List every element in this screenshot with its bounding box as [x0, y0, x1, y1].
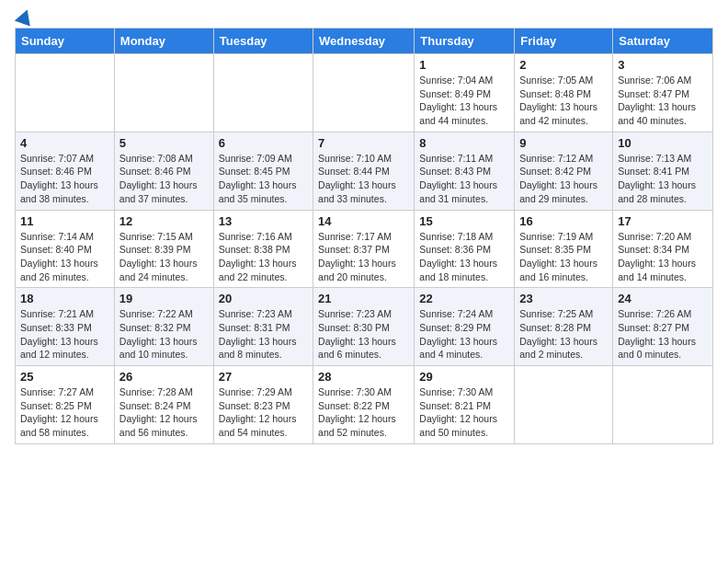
day-info: Sunrise: 7:04 AM Sunset: 8:49 PM Dayligh… [419, 74, 509, 128]
calendar-cell: 22Sunrise: 7:24 AM Sunset: 8:29 PM Dayli… [415, 288, 515, 366]
day-number: 20 [219, 292, 308, 305]
logo-triangle-icon [15, 6, 35, 26]
weekday-header-friday: Friday [515, 29, 613, 54]
week-row-2: 4Sunrise: 7:07 AM Sunset: 8:46 PM Daylig… [16, 132, 713, 210]
calendar-cell: 14Sunrise: 7:17 AM Sunset: 8:37 PM Dayli… [313, 210, 415, 288]
day-number: 28 [318, 370, 409, 384]
day-info: Sunrise: 7:30 AM Sunset: 8:21 PM Dayligh… [419, 385, 509, 440]
calendar-table: SundayMondayTuesdayWednesdayThursdayFrid… [15, 28, 713, 444]
day-number: 17 [618, 214, 708, 228]
day-info: Sunrise: 7:30 AM Sunset: 8:22 PM Dayligh… [318, 385, 409, 440]
calendar-cell [213, 54, 313, 132]
header [15, 15, 713, 20]
calendar-cell: 8Sunrise: 7:11 AM Sunset: 8:43 PM Daylig… [415, 132, 515, 210]
calendar-cell [114, 54, 213, 132]
calendar-cell: 19Sunrise: 7:22 AM Sunset: 8:32 PM Dayli… [114, 288, 213, 366]
weekday-header-thursday: Thursday [415, 29, 515, 54]
day-info: Sunrise: 7:24 AM Sunset: 8:29 PM Dayligh… [419, 307, 509, 362]
week-row-3: 11Sunrise: 7:14 AM Sunset: 8:40 PM Dayli… [16, 210, 713, 288]
calendar-cell [613, 366, 713, 444]
week-row-4: 18Sunrise: 7:21 AM Sunset: 8:33 PM Dayli… [16, 288, 713, 366]
day-number: 29 [419, 370, 509, 384]
day-number: 14 [318, 214, 409, 228]
day-number: 15 [419, 214, 509, 228]
day-info: Sunrise: 7:06 AM Sunset: 8:47 PM Dayligh… [618, 74, 708, 128]
day-number: 23 [519, 292, 608, 305]
day-info: Sunrise: 7:10 AM Sunset: 8:44 PM Dayligh… [318, 152, 409, 206]
day-number: 24 [618, 292, 708, 305]
calendar-cell: 21Sunrise: 7:23 AM Sunset: 8:30 PM Dayli… [313, 288, 415, 366]
calendar-cell: 17Sunrise: 7:20 AM Sunset: 8:34 PM Dayli… [613, 210, 713, 288]
day-info: Sunrise: 7:27 AM Sunset: 8:25 PM Dayligh… [20, 385, 109, 440]
day-info: Sunrise: 7:16 AM Sunset: 8:38 PM Dayligh… [219, 230, 308, 284]
weekday-header-saturday: Saturday [613, 29, 713, 54]
day-number: 8 [419, 136, 509, 150]
day-info: Sunrise: 7:21 AM Sunset: 8:33 PM Dayligh… [20, 307, 109, 362]
day-number: 13 [219, 214, 308, 228]
calendar-cell: 15Sunrise: 7:18 AM Sunset: 8:36 PM Dayli… [415, 210, 515, 288]
weekday-header-monday: Monday [114, 29, 213, 54]
day-info: Sunrise: 7:14 AM Sunset: 8:40 PM Dayligh… [20, 230, 109, 284]
day-number: 4 [20, 136, 109, 150]
calendar-cell: 12Sunrise: 7:15 AM Sunset: 8:39 PM Dayli… [114, 210, 213, 288]
calendar-cell: 3Sunrise: 7:06 AM Sunset: 8:47 PM Daylig… [613, 54, 713, 132]
day-info: Sunrise: 7:25 AM Sunset: 8:28 PM Dayligh… [519, 307, 608, 362]
day-info: Sunrise: 7:26 AM Sunset: 8:27 PM Dayligh… [618, 307, 708, 362]
day-number: 10 [618, 136, 708, 150]
calendar-cell: 28Sunrise: 7:30 AM Sunset: 8:22 PM Dayli… [313, 366, 415, 444]
day-number: 16 [519, 214, 608, 228]
day-number: 12 [119, 214, 209, 228]
day-info: Sunrise: 7:18 AM Sunset: 8:36 PM Dayligh… [419, 230, 509, 284]
day-number: 7 [318, 136, 409, 150]
week-row-1: 1Sunrise: 7:04 AM Sunset: 8:49 PM Daylig… [16, 54, 713, 132]
day-info: Sunrise: 7:15 AM Sunset: 8:39 PM Dayligh… [119, 230, 209, 284]
day-number: 27 [219, 370, 308, 384]
calendar-cell: 11Sunrise: 7:14 AM Sunset: 8:40 PM Dayli… [16, 210, 115, 288]
weekday-header-wednesday: Wednesday [313, 29, 415, 54]
day-number: 21 [318, 292, 409, 305]
day-number: 26 [119, 370, 209, 384]
calendar-cell: 2Sunrise: 7:05 AM Sunset: 8:48 PM Daylig… [515, 54, 613, 132]
calendar-cell [313, 54, 415, 132]
day-info: Sunrise: 7:23 AM Sunset: 8:30 PM Dayligh… [318, 307, 409, 362]
day-number: 19 [119, 292, 209, 305]
calendar-cell: 23Sunrise: 7:25 AM Sunset: 8:28 PM Dayli… [515, 288, 613, 366]
day-number: 22 [419, 292, 509, 305]
day-number: 25 [20, 370, 109, 384]
day-number: 6 [219, 136, 308, 150]
calendar-cell: 27Sunrise: 7:29 AM Sunset: 8:23 PM Dayli… [213, 366, 313, 444]
calendar-cell [16, 54, 115, 132]
day-info: Sunrise: 7:11 AM Sunset: 8:43 PM Dayligh… [419, 152, 509, 206]
calendar-cell: 24Sunrise: 7:26 AM Sunset: 8:27 PM Dayli… [613, 288, 713, 366]
day-info: Sunrise: 7:05 AM Sunset: 8:48 PM Dayligh… [519, 74, 608, 128]
calendar-cell: 6Sunrise: 7:09 AM Sunset: 8:45 PM Daylig… [213, 132, 313, 210]
day-info: Sunrise: 7:12 AM Sunset: 8:42 PM Dayligh… [519, 152, 608, 206]
day-number: 9 [519, 136, 608, 150]
calendar-cell: 4Sunrise: 7:07 AM Sunset: 8:46 PM Daylig… [16, 132, 115, 210]
logo [15, 15, 33, 20]
calendar-cell: 9Sunrise: 7:12 AM Sunset: 8:42 PM Daylig… [515, 132, 613, 210]
day-number: 11 [20, 214, 109, 228]
day-info: Sunrise: 7:20 AM Sunset: 8:34 PM Dayligh… [618, 230, 708, 284]
calendar-cell: 13Sunrise: 7:16 AM Sunset: 8:38 PM Dayli… [213, 210, 313, 288]
calendar-cell: 25Sunrise: 7:27 AM Sunset: 8:25 PM Dayli… [16, 366, 115, 444]
week-row-5: 25Sunrise: 7:27 AM Sunset: 8:25 PM Dayli… [16, 366, 713, 444]
day-info: Sunrise: 7:09 AM Sunset: 8:45 PM Dayligh… [219, 152, 308, 206]
calendar-cell: 10Sunrise: 7:13 AM Sunset: 8:41 PM Dayli… [613, 132, 713, 210]
day-info: Sunrise: 7:29 AM Sunset: 8:23 PM Dayligh… [219, 385, 308, 440]
calendar-cell: 16Sunrise: 7:19 AM Sunset: 8:35 PM Dayli… [515, 210, 613, 288]
calendar-cell: 26Sunrise: 7:28 AM Sunset: 8:24 PM Dayli… [114, 366, 213, 444]
day-info: Sunrise: 7:28 AM Sunset: 8:24 PM Dayligh… [119, 385, 209, 440]
day-info: Sunrise: 7:08 AM Sunset: 8:46 PM Dayligh… [119, 152, 209, 206]
calendar-cell: 1Sunrise: 7:04 AM Sunset: 8:49 PM Daylig… [415, 54, 515, 132]
day-info: Sunrise: 7:13 AM Sunset: 8:41 PM Dayligh… [618, 152, 708, 206]
day-info: Sunrise: 7:19 AM Sunset: 8:35 PM Dayligh… [519, 230, 608, 284]
calendar-cell: 29Sunrise: 7:30 AM Sunset: 8:21 PM Dayli… [415, 366, 515, 444]
weekday-header-tuesday: Tuesday [213, 29, 313, 54]
calendar-cell: 7Sunrise: 7:10 AM Sunset: 8:44 PM Daylig… [313, 132, 415, 210]
day-number: 1 [419, 58, 509, 72]
calendar-cell [515, 366, 613, 444]
day-info: Sunrise: 7:17 AM Sunset: 8:37 PM Dayligh… [318, 230, 409, 284]
day-number: 5 [119, 136, 209, 150]
day-info: Sunrise: 7:07 AM Sunset: 8:46 PM Dayligh… [20, 152, 109, 206]
